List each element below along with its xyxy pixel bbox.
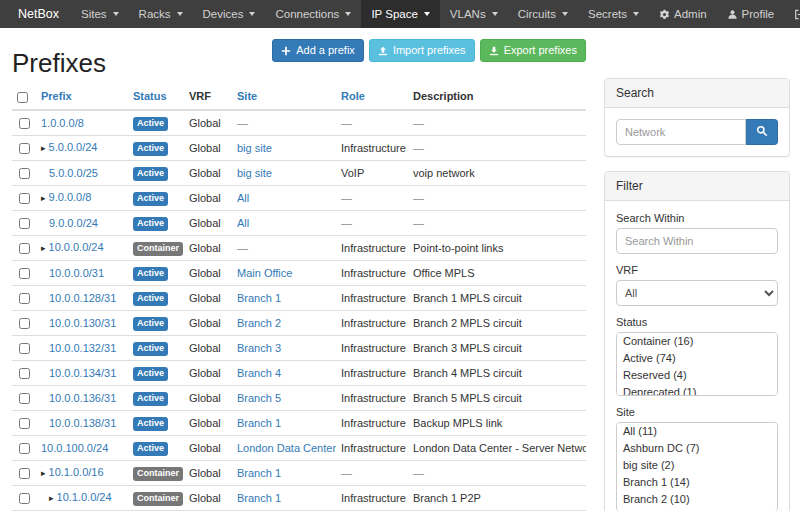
select-all-checkbox[interactable] [17, 92, 28, 103]
logout-icon [794, 9, 800, 20]
prefix-link[interactable]: 5.0.0.0/25 [49, 167, 98, 179]
row-checkbox[interactable] [19, 268, 30, 279]
nav-item-profile[interactable]: Profile [717, 0, 785, 28]
nav-item-circuits[interactable]: Circuits [508, 0, 578, 28]
row-checkbox[interactable] [19, 493, 30, 504]
row-checkbox[interactable] [19, 218, 30, 229]
prefix-link[interactable]: 10.0.0.136/31 [49, 392, 116, 404]
export-prefixes-button[interactable]: Export prefixes [480, 39, 586, 62]
column-sort-prefix[interactable]: Prefix [41, 90, 72, 102]
listbox-option[interactable]: Branch 1 (14) [617, 474, 777, 491]
nav-item-racks[interactable]: Racks [129, 0, 193, 28]
listbox-option[interactable]: Active (74) [617, 350, 777, 367]
column-header-vrf: VRF [189, 90, 211, 102]
row-checkbox[interactable] [19, 243, 30, 254]
row-checkbox[interactable] [19, 443, 30, 454]
column-sort-role[interactable]: Role [341, 90, 365, 102]
add-a-prefix-button[interactable]: Add a prefix [272, 39, 364, 62]
site-link[interactable]: Branch 2 [237, 317, 281, 329]
site-link[interactable]: All [237, 217, 249, 229]
button-label: Add a prefix [296, 44, 355, 57]
prefix-link[interactable]: 10.0.0.132/31 [49, 342, 116, 354]
prefix-link[interactable]: 10.1.0.0/24 [57, 491, 112, 503]
search-button[interactable] [746, 119, 778, 145]
prefix-link[interactable]: 10.0.0.0/24 [49, 241, 104, 253]
row-checkbox[interactable] [19, 318, 30, 329]
site-link[interactable]: Branch 3 [237, 342, 281, 354]
nav-item-log-out[interactable]: Log out [784, 0, 800, 28]
site-link[interactable]: Main Office [237, 267, 292, 279]
import-prefixes-button[interactable]: Import prefixes [369, 39, 475, 62]
prefix-link[interactable]: 10.0.0.128/31 [49, 292, 116, 304]
chevron-down-icon [562, 12, 568, 16]
prefix-link[interactable]: 10.0.100.0/24 [41, 442, 108, 454]
site-link[interactable]: Branch 1 [237, 467, 281, 479]
role-value: VoIP [336, 160, 408, 185]
listbox-option[interactable]: Deprecated (1) [617, 384, 777, 396]
site-link[interactable]: All [237, 192, 249, 204]
row-checkbox[interactable] [19, 368, 30, 379]
listbox-option[interactable]: All (11) [617, 423, 777, 440]
description-value: — [408, 135, 586, 160]
nav-item-devices[interactable]: Devices [193, 0, 266, 28]
site-link[interactable]: Branch 1 [237, 417, 281, 429]
row-checkbox[interactable] [19, 293, 30, 304]
nav-item-admin[interactable]: Admin [649, 0, 717, 28]
site-link[interactable]: big site [237, 167, 272, 179]
listbox-option[interactable]: Reserved (4) [617, 367, 777, 384]
row-checkbox[interactable] [19, 143, 30, 154]
prefix-link[interactable]: 10.0.0.134/31 [49, 367, 116, 379]
prefix-link[interactable]: 9.0.0.0/24 [49, 217, 98, 229]
site-link[interactable]: London Data Center [237, 442, 336, 454]
row-checkbox[interactable] [19, 393, 30, 404]
listbox-option[interactable]: Container (16) [617, 333, 777, 350]
nav-item-vlans[interactable]: VLANs [440, 0, 508, 28]
prefix-link[interactable]: 9.0.0.0/8 [49, 191, 92, 203]
listbox-option[interactable]: Branch 2 (10) [617, 491, 777, 508]
row-checkbox[interactable] [19, 193, 30, 204]
search-input[interactable] [616, 119, 746, 145]
prefix-link[interactable]: 10.0.0.138/31 [49, 417, 116, 429]
expand-toggle-icon[interactable]: ▸ [41, 193, 46, 203]
vrf-select[interactable]: All [616, 280, 778, 306]
expand-toggle-icon[interactable]: ▸ [49, 493, 54, 503]
prefix-link[interactable]: 5.0.0.0/24 [49, 141, 98, 153]
site-link[interactable]: Branch 1 [237, 492, 281, 504]
prefix-row: 10.0.0.128/31ActiveGlobalBranch 1Infrast… [12, 285, 586, 310]
expand-toggle-icon[interactable]: ▸ [41, 243, 46, 253]
navbar: NetBox SitesRacksDevicesConnectionsIP Sp… [0, 0, 800, 28]
prefix-link[interactable]: 1.0.0.0/8 [41, 117, 84, 129]
site-link[interactable]: Branch 1 [237, 292, 281, 304]
column-sort-site[interactable]: Site [237, 90, 257, 102]
status-listbox[interactable]: Container (16)Active (74)Reserved (4)Dep… [616, 332, 778, 396]
row-checkbox[interactable] [19, 168, 30, 179]
prefix-link[interactable]: 10.1.0.0/16 [49, 466, 104, 478]
nav-item-ip-space[interactable]: IP Space [361, 0, 439, 28]
description-value: Point-to-point links [408, 235, 586, 260]
empty-value: — [413, 117, 424, 129]
app-logo[interactable]: NetBox [6, 0, 71, 28]
nav-item-label: Racks [139, 8, 171, 20]
nav-item-sites[interactable]: Sites [71, 0, 129, 28]
nav-item-connections[interactable]: Connections [265, 0, 361, 28]
site-link[interactable]: Branch 4 [237, 367, 281, 379]
row-checkbox[interactable] [19, 118, 30, 129]
site-listbox[interactable]: All (11)Ashburn DC (7)big site (2)Branch… [616, 422, 778, 511]
expand-toggle-icon[interactable]: ▸ [41, 468, 46, 478]
search-within-input[interactable] [616, 228, 778, 254]
prefix-link[interactable]: 10.0.0.0/31 [49, 267, 104, 279]
row-checkbox[interactable] [19, 343, 30, 354]
row-checkbox[interactable] [19, 418, 30, 429]
site-link[interactable]: big site [237, 142, 272, 154]
listbox-option[interactable]: Ashburn DC (7) [617, 440, 777, 457]
row-checkbox[interactable] [19, 468, 30, 479]
filter-fields: Search WithinVRFAllStatusContainer (16)A… [605, 201, 789, 511]
prefix-row: 10.0.100.0/24ActiveGlobalLondon Data Cen… [12, 435, 586, 460]
prefix-link[interactable]: 10.0.0.130/31 [49, 317, 116, 329]
site-link[interactable]: Branch 5 [237, 392, 281, 404]
nav-item-secrets[interactable]: Secrets [578, 0, 649, 28]
listbox-option[interactable]: big site (2) [617, 457, 777, 474]
column-sort-status[interactable]: Status [133, 90, 167, 102]
description-value: Branch 1 P2P [408, 485, 586, 510]
expand-toggle-icon[interactable]: ▸ [41, 143, 46, 153]
